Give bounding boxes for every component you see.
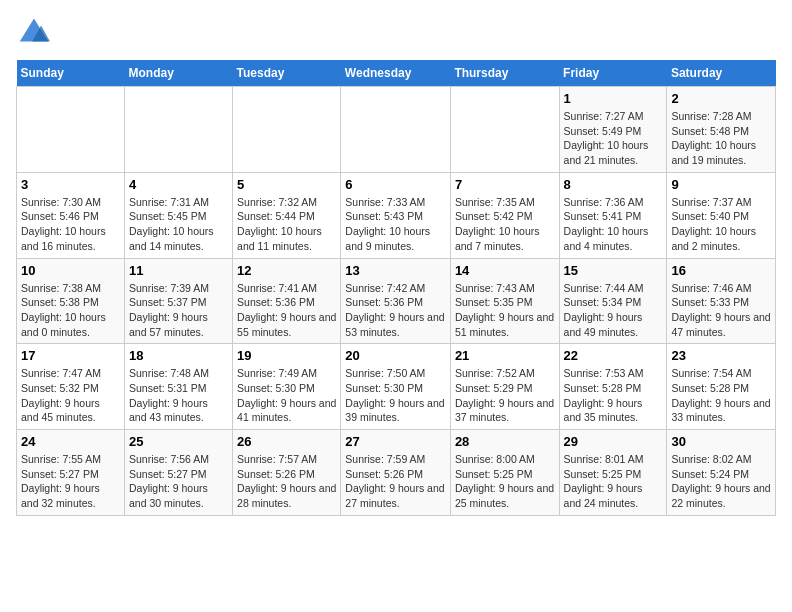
day-number: 29 bbox=[564, 434, 663, 449]
day-cell: 6Sunrise: 7:33 AMSunset: 5:43 PMDaylight… bbox=[341, 172, 451, 258]
day-info: Sunrise: 7:36 AMSunset: 5:41 PMDaylight:… bbox=[564, 195, 663, 254]
day-number: 1 bbox=[564, 91, 663, 106]
day-info: Sunrise: 7:39 AMSunset: 5:37 PMDaylight:… bbox=[129, 281, 228, 340]
logo bbox=[16, 16, 54, 48]
week-row-1: 3Sunrise: 7:30 AMSunset: 5:46 PMDaylight… bbox=[17, 172, 776, 258]
day-info: Sunrise: 7:27 AMSunset: 5:49 PMDaylight:… bbox=[564, 109, 663, 168]
day-cell: 5Sunrise: 7:32 AMSunset: 5:44 PMDaylight… bbox=[233, 172, 341, 258]
day-cell: 3Sunrise: 7:30 AMSunset: 5:46 PMDaylight… bbox=[17, 172, 125, 258]
day-cell: 2Sunrise: 7:28 AMSunset: 5:48 PMDaylight… bbox=[667, 87, 776, 173]
day-info: Sunrise: 7:28 AMSunset: 5:48 PMDaylight:… bbox=[671, 109, 771, 168]
day-cell: 8Sunrise: 7:36 AMSunset: 5:41 PMDaylight… bbox=[559, 172, 667, 258]
day-number: 12 bbox=[237, 263, 336, 278]
day-info: Sunrise: 7:49 AMSunset: 5:30 PMDaylight:… bbox=[237, 366, 336, 425]
day-number: 20 bbox=[345, 348, 446, 363]
day-cell bbox=[450, 87, 559, 173]
day-number: 26 bbox=[237, 434, 336, 449]
day-number: 8 bbox=[564, 177, 663, 192]
day-cell: 30Sunrise: 8:02 AMSunset: 5:24 PMDayligh… bbox=[667, 430, 776, 516]
day-number: 6 bbox=[345, 177, 446, 192]
day-info: Sunrise: 7:43 AMSunset: 5:35 PMDaylight:… bbox=[455, 281, 555, 340]
week-row-0: 1Sunrise: 7:27 AMSunset: 5:49 PMDaylight… bbox=[17, 87, 776, 173]
day-info: Sunrise: 7:52 AMSunset: 5:29 PMDaylight:… bbox=[455, 366, 555, 425]
day-number: 24 bbox=[21, 434, 120, 449]
day-number: 4 bbox=[129, 177, 228, 192]
day-number: 7 bbox=[455, 177, 555, 192]
header-thursday: Thursday bbox=[450, 60, 559, 87]
day-cell: 20Sunrise: 7:50 AMSunset: 5:30 PMDayligh… bbox=[341, 344, 451, 430]
day-cell bbox=[233, 87, 341, 173]
day-info: Sunrise: 7:54 AMSunset: 5:28 PMDaylight:… bbox=[671, 366, 771, 425]
day-info: Sunrise: 7:53 AMSunset: 5:28 PMDaylight:… bbox=[564, 366, 663, 425]
day-number: 23 bbox=[671, 348, 771, 363]
day-cell: 26Sunrise: 7:57 AMSunset: 5:26 PMDayligh… bbox=[233, 430, 341, 516]
day-cell: 13Sunrise: 7:42 AMSunset: 5:36 PMDayligh… bbox=[341, 258, 451, 344]
day-info: Sunrise: 7:57 AMSunset: 5:26 PMDaylight:… bbox=[237, 452, 336, 511]
day-info: Sunrise: 7:32 AMSunset: 5:44 PMDaylight:… bbox=[237, 195, 336, 254]
day-number: 14 bbox=[455, 263, 555, 278]
logo-icon bbox=[18, 16, 50, 44]
day-cell: 23Sunrise: 7:54 AMSunset: 5:28 PMDayligh… bbox=[667, 344, 776, 430]
day-cell: 24Sunrise: 7:55 AMSunset: 5:27 PMDayligh… bbox=[17, 430, 125, 516]
day-info: Sunrise: 8:02 AMSunset: 5:24 PMDaylight:… bbox=[671, 452, 771, 511]
day-cell: 15Sunrise: 7:44 AMSunset: 5:34 PMDayligh… bbox=[559, 258, 667, 344]
day-number: 30 bbox=[671, 434, 771, 449]
header-saturday: Saturday bbox=[667, 60, 776, 87]
day-number: 17 bbox=[21, 348, 120, 363]
day-cell: 11Sunrise: 7:39 AMSunset: 5:37 PMDayligh… bbox=[124, 258, 232, 344]
day-cell: 10Sunrise: 7:38 AMSunset: 5:38 PMDayligh… bbox=[17, 258, 125, 344]
day-cell: 29Sunrise: 8:01 AMSunset: 5:25 PMDayligh… bbox=[559, 430, 667, 516]
day-number: 18 bbox=[129, 348, 228, 363]
day-number: 9 bbox=[671, 177, 771, 192]
day-info: Sunrise: 7:48 AMSunset: 5:31 PMDaylight:… bbox=[129, 366, 228, 425]
calendar-table: SundayMondayTuesdayWednesdayThursdayFrid… bbox=[16, 60, 776, 516]
day-number: 16 bbox=[671, 263, 771, 278]
day-number: 13 bbox=[345, 263, 446, 278]
day-cell: 1Sunrise: 7:27 AMSunset: 5:49 PMDaylight… bbox=[559, 87, 667, 173]
header-wednesday: Wednesday bbox=[341, 60, 451, 87]
day-cell: 16Sunrise: 7:46 AMSunset: 5:33 PMDayligh… bbox=[667, 258, 776, 344]
day-info: Sunrise: 7:30 AMSunset: 5:46 PMDaylight:… bbox=[21, 195, 120, 254]
day-info: Sunrise: 7:46 AMSunset: 5:33 PMDaylight:… bbox=[671, 281, 771, 340]
day-info: Sunrise: 7:55 AMSunset: 5:27 PMDaylight:… bbox=[21, 452, 120, 511]
day-info: Sunrise: 8:00 AMSunset: 5:25 PMDaylight:… bbox=[455, 452, 555, 511]
day-cell: 19Sunrise: 7:49 AMSunset: 5:30 PMDayligh… bbox=[233, 344, 341, 430]
day-info: Sunrise: 7:41 AMSunset: 5:36 PMDaylight:… bbox=[237, 281, 336, 340]
day-cell bbox=[124, 87, 232, 173]
day-cell: 12Sunrise: 7:41 AMSunset: 5:36 PMDayligh… bbox=[233, 258, 341, 344]
day-number: 15 bbox=[564, 263, 663, 278]
day-cell: 28Sunrise: 8:00 AMSunset: 5:25 PMDayligh… bbox=[450, 430, 559, 516]
day-cell: 14Sunrise: 7:43 AMSunset: 5:35 PMDayligh… bbox=[450, 258, 559, 344]
day-info: Sunrise: 8:01 AMSunset: 5:25 PMDaylight:… bbox=[564, 452, 663, 511]
day-cell: 17Sunrise: 7:47 AMSunset: 5:32 PMDayligh… bbox=[17, 344, 125, 430]
week-row-3: 17Sunrise: 7:47 AMSunset: 5:32 PMDayligh… bbox=[17, 344, 776, 430]
day-number: 5 bbox=[237, 177, 336, 192]
day-cell: 25Sunrise: 7:56 AMSunset: 5:27 PMDayligh… bbox=[124, 430, 232, 516]
day-info: Sunrise: 7:42 AMSunset: 5:36 PMDaylight:… bbox=[345, 281, 446, 340]
page-header bbox=[16, 16, 776, 48]
header-friday: Friday bbox=[559, 60, 667, 87]
day-number: 10 bbox=[21, 263, 120, 278]
day-cell bbox=[17, 87, 125, 173]
day-info: Sunrise: 7:31 AMSunset: 5:45 PMDaylight:… bbox=[129, 195, 228, 254]
day-number: 27 bbox=[345, 434, 446, 449]
day-info: Sunrise: 7:47 AMSunset: 5:32 PMDaylight:… bbox=[21, 366, 120, 425]
header-monday: Monday bbox=[124, 60, 232, 87]
day-cell bbox=[341, 87, 451, 173]
day-info: Sunrise: 7:50 AMSunset: 5:30 PMDaylight:… bbox=[345, 366, 446, 425]
day-number: 25 bbox=[129, 434, 228, 449]
day-info: Sunrise: 7:44 AMSunset: 5:34 PMDaylight:… bbox=[564, 281, 663, 340]
day-number: 3 bbox=[21, 177, 120, 192]
day-number: 2 bbox=[671, 91, 771, 106]
day-cell: 18Sunrise: 7:48 AMSunset: 5:31 PMDayligh… bbox=[124, 344, 232, 430]
day-info: Sunrise: 7:38 AMSunset: 5:38 PMDaylight:… bbox=[21, 281, 120, 340]
header-tuesday: Tuesday bbox=[233, 60, 341, 87]
day-number: 19 bbox=[237, 348, 336, 363]
day-cell: 7Sunrise: 7:35 AMSunset: 5:42 PMDaylight… bbox=[450, 172, 559, 258]
day-number: 21 bbox=[455, 348, 555, 363]
day-info: Sunrise: 7:35 AMSunset: 5:42 PMDaylight:… bbox=[455, 195, 555, 254]
day-info: Sunrise: 7:33 AMSunset: 5:43 PMDaylight:… bbox=[345, 195, 446, 254]
day-info: Sunrise: 7:56 AMSunset: 5:27 PMDaylight:… bbox=[129, 452, 228, 511]
day-info: Sunrise: 7:37 AMSunset: 5:40 PMDaylight:… bbox=[671, 195, 771, 254]
week-row-2: 10Sunrise: 7:38 AMSunset: 5:38 PMDayligh… bbox=[17, 258, 776, 344]
